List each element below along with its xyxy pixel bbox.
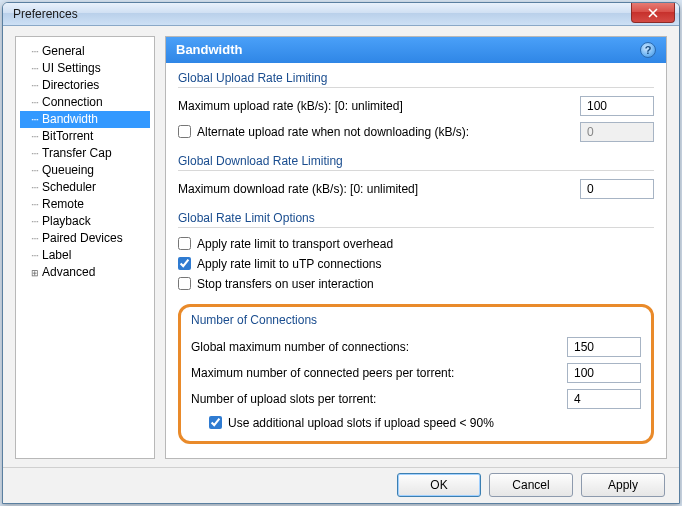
sidebar-item-label[interactable]: ····Label bbox=[20, 247, 150, 264]
sidebar-item-label: Advanced bbox=[42, 265, 95, 279]
group-title: Global Rate Limit Options bbox=[178, 211, 654, 228]
max-download-input[interactable] bbox=[580, 179, 654, 199]
max-peers-input[interactable] bbox=[567, 363, 641, 383]
sidebar-item-label: Connection bbox=[42, 95, 103, 109]
sidebar-item-label: General bbox=[42, 44, 85, 58]
stop-transfers-check[interactable] bbox=[178, 277, 191, 290]
close-icon bbox=[648, 8, 658, 18]
panel-title: Bandwidth bbox=[176, 42, 242, 57]
sidebar-item-label: Queueing bbox=[42, 163, 94, 177]
sidebar-item-label: Bandwidth bbox=[42, 112, 98, 126]
help-icon[interactable]: ? bbox=[640, 42, 656, 58]
group-title: Number of Connections bbox=[191, 313, 641, 329]
upload-slots-input[interactable] bbox=[567, 389, 641, 409]
max-peers-label: Maximum number of connected peers per to… bbox=[191, 366, 567, 380]
sidebar-item-connection[interactable]: ····Connection bbox=[20, 94, 150, 111]
row-max-download: Maximum download rate (kB/s): [0: unlimi… bbox=[178, 177, 654, 201]
dialog-footer: OK Cancel Apply bbox=[3, 467, 679, 503]
group-title: Global Download Rate Limiting bbox=[178, 154, 654, 171]
transport-overhead-label[interactable]: Apply rate limit to transport overhead bbox=[197, 237, 393, 251]
stop-transfers-label[interactable]: Stop transfers on user interaction bbox=[197, 277, 374, 291]
sidebar-item-label: Remote bbox=[42, 197, 84, 211]
group-rate-options: Global Rate Limit Options Apply rate lim… bbox=[178, 211, 654, 294]
transport-overhead-check[interactable] bbox=[178, 237, 191, 250]
sidebar-item-label: UI Settings bbox=[42, 61, 101, 75]
sidebar-item-label: Transfer Cap bbox=[42, 146, 112, 160]
sidebar-item-queueing[interactable]: ····Queueing bbox=[20, 162, 150, 179]
sidebar-item-bandwidth[interactable]: ····Bandwidth bbox=[20, 111, 150, 128]
sidebar-item-label: Scheduler bbox=[42, 180, 96, 194]
sidebar-item-label: Label bbox=[42, 248, 71, 262]
sidebar-item-general[interactable]: ····General bbox=[20, 43, 150, 60]
sidebar-item-paired-devices[interactable]: ····Paired Devices bbox=[20, 230, 150, 247]
row-max-upload: Maximum upload rate (kB/s): [0: unlimite… bbox=[178, 94, 654, 118]
sidebar-item-label: Directories bbox=[42, 78, 99, 92]
alt-upload-label[interactable]: Alternate upload rate when not downloadi… bbox=[197, 125, 469, 139]
group-number-connections: Number of Connections Global maximum num… bbox=[178, 304, 654, 444]
sidebar-item-directories[interactable]: ····Directories bbox=[20, 77, 150, 94]
panel-header: Bandwidth ? bbox=[166, 37, 666, 63]
row-alt-upload: Alternate upload rate when not downloadi… bbox=[178, 120, 654, 144]
sidebar-item-label: BitTorrent bbox=[42, 129, 93, 143]
group-upload-rate: Global Upload Rate Limiting Maximum uplo… bbox=[178, 71, 654, 144]
sidebar-item-advanced[interactable]: Advanced bbox=[20, 264, 150, 281]
alt-upload-input bbox=[580, 122, 654, 142]
apply-button[interactable]: Apply bbox=[581, 473, 665, 497]
sidebar-item-transfer-cap[interactable]: ····Transfer Cap bbox=[20, 145, 150, 162]
group-title: Global Upload Rate Limiting bbox=[178, 71, 654, 88]
row-utp: Apply rate limit to uTP connections bbox=[178, 254, 654, 274]
ok-button[interactable]: OK bbox=[397, 473, 481, 497]
panel-body: Global Upload Rate Limiting Maximum uplo… bbox=[166, 63, 666, 458]
additional-slots-label[interactable]: Use additional upload slots if upload sp… bbox=[228, 416, 494, 430]
max-upload-label: Maximum upload rate (kB/s): [0: unlimite… bbox=[178, 99, 580, 113]
dialog-body: ····General ····UI Settings ····Director… bbox=[3, 26, 679, 467]
settings-panel: Bandwidth ? Global Upload Rate Limiting … bbox=[165, 36, 667, 459]
sidebar-item-label: Playback bbox=[42, 214, 91, 228]
upload-slots-label: Number of upload slots per torrent: bbox=[191, 392, 567, 406]
category-tree[interactable]: ····General ····UI Settings ····Director… bbox=[15, 36, 155, 459]
utp-label[interactable]: Apply rate limit to uTP connections bbox=[197, 257, 382, 271]
sidebar-item-label: Paired Devices bbox=[42, 231, 123, 245]
global-max-label: Global maximum number of connections: bbox=[191, 340, 567, 354]
max-upload-input[interactable] bbox=[580, 96, 654, 116]
cancel-button[interactable]: Cancel bbox=[489, 473, 573, 497]
titlebar[interactable]: Preferences bbox=[3, 3, 679, 26]
max-download-label: Maximum download rate (kB/s): [0: unlimi… bbox=[178, 182, 580, 196]
sidebar-item-remote[interactable]: ····Remote bbox=[20, 196, 150, 213]
utp-check[interactable] bbox=[178, 257, 191, 270]
sidebar-item-ui-settings[interactable]: ····UI Settings bbox=[20, 60, 150, 77]
row-global-max: Global maximum number of connections: bbox=[191, 335, 641, 359]
window-title: Preferences bbox=[13, 7, 78, 21]
sidebar-item-bittorrent[interactable]: ····BitTorrent bbox=[20, 128, 150, 145]
group-download-rate: Global Download Rate Limiting Maximum do… bbox=[178, 154, 654, 201]
row-additional-slots: Use additional upload slots if upload sp… bbox=[191, 413, 641, 433]
close-button[interactable] bbox=[631, 3, 675, 23]
row-transport-overhead: Apply rate limit to transport overhead bbox=[178, 234, 654, 254]
additional-slots-check[interactable] bbox=[209, 416, 222, 429]
sidebar-item-playback[interactable]: ····Playback bbox=[20, 213, 150, 230]
row-max-peers: Maximum number of connected peers per to… bbox=[191, 361, 641, 385]
sidebar-item-scheduler[interactable]: ····Scheduler bbox=[20, 179, 150, 196]
global-max-input[interactable] bbox=[567, 337, 641, 357]
row-stop-transfers: Stop transfers on user interaction bbox=[178, 274, 654, 294]
row-upload-slots: Number of upload slots per torrent: bbox=[191, 387, 641, 411]
preferences-window: Preferences ····General ····UI Settings … bbox=[2, 2, 680, 504]
alt-upload-check[interactable] bbox=[178, 125, 191, 138]
